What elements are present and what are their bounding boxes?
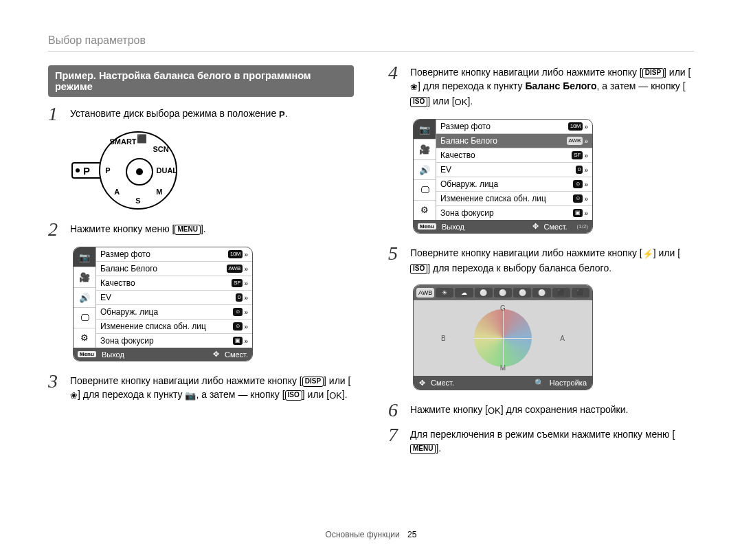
right-column: 4 Поверните кнопку навигации либо нажмит…	[388, 65, 694, 523]
menu-row-label: Качество	[440, 150, 475, 160]
dial-pos-smart: SMART	[109, 137, 136, 146]
nav-icon: ✥	[419, 379, 425, 388]
menu-side-tab: 🖵	[414, 180, 436, 200]
menu-key-icon: MENU	[410, 444, 436, 454]
menu-shift-label: Смест.	[544, 223, 567, 231]
step-text: Нажмите кнопку меню [MENU].	[70, 222, 354, 237]
step-text: Нажмите кнопку [OK] для сохранения настр…	[410, 403, 694, 418]
dot-icon	[76, 168, 80, 172]
menu-item-list: Размер фото10M»Баланс БелогоAWB»Качество…	[96, 247, 252, 348]
menu-row: Размер фото10M»	[96, 247, 252, 262]
ok-key-icon: OK	[329, 389, 342, 403]
menu-item-list: Размер фото10M»Баланс БелогоAWB»Качество…	[436, 120, 592, 220]
menu-row-value: ▣»	[233, 337, 248, 345]
macro-icon: ❀	[410, 80, 418, 94]
mode-p-icon: P	[279, 108, 285, 122]
ok-key-icon: OK	[455, 96, 468, 109]
wb-option-chip: AWB	[416, 288, 434, 298]
step-text: Для переключения в режим съемки нажмите …	[410, 427, 694, 455]
menu-row-label: Изменение списка обн. лиц	[100, 322, 206, 331]
menu-row: Баланс БелогоAWB»	[436, 134, 592, 148]
step-5: 5 Поверните кнопку навигации либо нажмит…	[388, 246, 694, 275]
menu-row-label: Обнаруж. лица	[100, 307, 158, 317]
step-text: Поверните кнопку навигации либо нажмите …	[410, 246, 694, 275]
menu-row-value: 0»	[576, 166, 588, 174]
step-2: 2 Нажмите кнопку меню [MENU].	[48, 222, 354, 237]
wb-option-chip: ⚪	[494, 288, 512, 298]
nav-icon: ✥	[213, 350, 219, 359]
menu-side-tab: 🎥	[74, 267, 95, 287]
menu-row-label: EV	[440, 165, 451, 175]
step-number: 6	[388, 403, 402, 418]
menu-footer: Menu Выход ✥ Смест.	[74, 348, 252, 361]
wb-option-chip: ☁	[455, 288, 473, 298]
menu-side-tabs: 📷🎥🔊🖵⚙	[74, 247, 96, 348]
menu-side-tab: 🔊	[414, 160, 436, 180]
menu-side-tab: 📷	[74, 247, 95, 267]
menu-row-label: Качество	[100, 278, 135, 288]
wb-option-chip: ☀	[436, 288, 453, 298]
menu-row: Баланс БелогоAWB»	[96, 262, 252, 276]
menu-row: КачествоSF»	[96, 276, 252, 291]
menu-row-label: Размер фото	[100, 249, 150, 259]
left-column: Пример. Настройка баланса белого в прогр…	[48, 65, 354, 523]
menu-row-value: ☺»	[573, 194, 588, 203]
wb-option-chip: ⚪	[513, 288, 531, 298]
menu-row-label: Зона фокусир	[100, 336, 154, 346]
nav-icon: ✥	[532, 222, 539, 231]
flash-icon: ⚡	[642, 247, 653, 261]
menu-row-value: 0»	[236, 293, 248, 302]
menu-page-indicator: (1/2)	[573, 223, 588, 229]
step-number: 5	[388, 246, 402, 275]
wb-option-chip: ⬛	[552, 288, 570, 298]
step-text: Установите диск выбора режима в положени…	[70, 107, 354, 122]
step-number: 4	[388, 65, 402, 109]
menu-side-tab: 🖵	[74, 308, 95, 328]
menu-side-tabs: 📷🎥🔊🖵⚙	[414, 120, 436, 220]
macro-icon: ❀	[70, 389, 78, 403]
menu-row-label: EV	[100, 293, 111, 302]
wb-option-strip: AWB☀☁⚪⚪⚪⚪⬛⬛	[414, 285, 592, 300]
white-balance-widget: AWB☀☁⚪⚪⚪⚪⬛⬛ G M B A ✥ Смест. 🔍 Настройка	[413, 284, 593, 390]
dial-pos-s: S	[135, 197, 140, 205]
menu-row-value: 10M»	[568, 122, 588, 131]
running-head: Выбор параметров	[48, 34, 694, 52]
menu-row: Обнаруж. лица☺»	[96, 305, 252, 320]
wb-option-chip: ⚪	[475, 288, 493, 298]
menu-row-value: 10M»	[228, 250, 248, 258]
menu-row-label: Зона фокусир	[440, 208, 494, 218]
step-number: 7	[388, 427, 402, 455]
menu-row: Обнаруж. лица☺»	[436, 177, 592, 192]
menu-exit-label: Выход	[102, 350, 124, 359]
zoom-icon: 🔍	[535, 379, 544, 388]
menu-row: EV0»	[96, 291, 252, 305]
menu-key-icon: MENU	[175, 225, 200, 235]
menu-side-tab: 🔊	[74, 288, 95, 308]
menu-side-tab: 🎥	[414, 139, 436, 159]
disp-key-icon: DISP	[642, 68, 664, 78]
menu-row-value: ☺»	[233, 322, 248, 331]
iso-key-icon: ISO	[410, 97, 427, 107]
menu-row-label: Баланс Белого	[100, 264, 157, 273]
camera-menu-step2: 📷🎥🔊🖵⚙ Размер фото10M»Баланс БелогоAWB»Ка…	[73, 247, 253, 361]
ok-key-icon: OK	[488, 404, 501, 418]
menu-row-label: Изменение списка обн. лиц	[440, 194, 546, 203]
step-6: 6 Нажмите кнопку [OK] для сохранения нас…	[388, 403, 694, 418]
step-1: 1 Установите диск выбора режима в положе…	[48, 107, 354, 122]
iso-key-icon: ISO	[410, 264, 427, 274]
camera-icon: 📷	[185, 389, 196, 403]
wb-shift-label: Смест.	[431, 379, 454, 387]
menu-row: КачествоSF»	[436, 148, 592, 163]
dial-pos-auto-icon: ⬛	[137, 134, 147, 144]
wb-color-canvas: G M B A	[414, 300, 592, 376]
callout-title: Пример. Настройка баланса белого в прогр…	[48, 65, 354, 97]
menu-side-tab: 📷	[414, 120, 436, 139]
menu-row-value: SF»	[232, 279, 248, 287]
menu-row-label: Баланс Белого	[440, 136, 497, 146]
step-3: 3 Поверните кнопку навигации либо нажмит…	[48, 374, 354, 403]
dial-pos-m: M	[156, 188, 162, 196]
menu-row-label: Размер фото	[440, 122, 491, 131]
step-text: Поверните кнопку навигации либо нажмите …	[410, 65, 694, 109]
menu-row-value: ☺»	[573, 180, 588, 188]
dial-pos-a: A	[114, 188, 120, 196]
